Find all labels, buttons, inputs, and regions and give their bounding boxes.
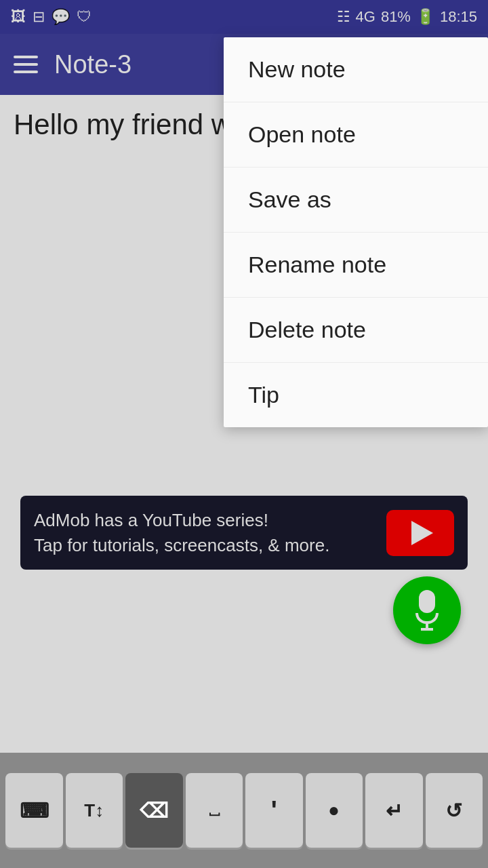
enter-icon: ↵: [386, 799, 403, 823]
text-size-button[interactable]: T↕: [66, 773, 123, 848]
menu-item-delete-note[interactable]: Delete note: [224, 298, 488, 363]
keyboard-toolbar: ⌨ T↕ ⌫ ⎵ ' ● ↵ ↺: [0, 753, 488, 868]
keyboard-toggle-button[interactable]: ⌨: [5, 773, 63, 848]
enter-button[interactable]: ↵: [365, 773, 423, 848]
apostrophe-icon: ': [271, 796, 277, 825]
undo-icon: ↺: [445, 799, 462, 823]
backspace-button[interactable]: ⌫: [125, 773, 183, 848]
menu-item-tip[interactable]: Tip: [224, 363, 488, 427]
menu-item-open-note[interactable]: Open note: [224, 102, 488, 167]
bullet-icon: ●: [328, 800, 340, 821]
bullet-button[interactable]: ●: [306, 773, 363, 848]
undo-button[interactable]: ↺: [426, 773, 483, 848]
context-menu: New note Open note Save as Rename note D…: [224, 37, 488, 427]
menu-item-save-as[interactable]: Save as: [224, 167, 488, 233]
apostrophe-button[interactable]: ': [245, 773, 303, 848]
backspace-icon: ⌫: [140, 799, 168, 823]
menu-item-new-note[interactable]: New note: [224, 37, 488, 102]
space-button[interactable]: ⎵: [186, 773, 243, 848]
text-size-icon: T↕: [84, 800, 104, 821]
menu-item-rename-note[interactable]: Rename note: [224, 233, 488, 298]
keyboard-icon: ⌨: [20, 799, 49, 823]
space-icon: ⎵: [209, 801, 219, 820]
